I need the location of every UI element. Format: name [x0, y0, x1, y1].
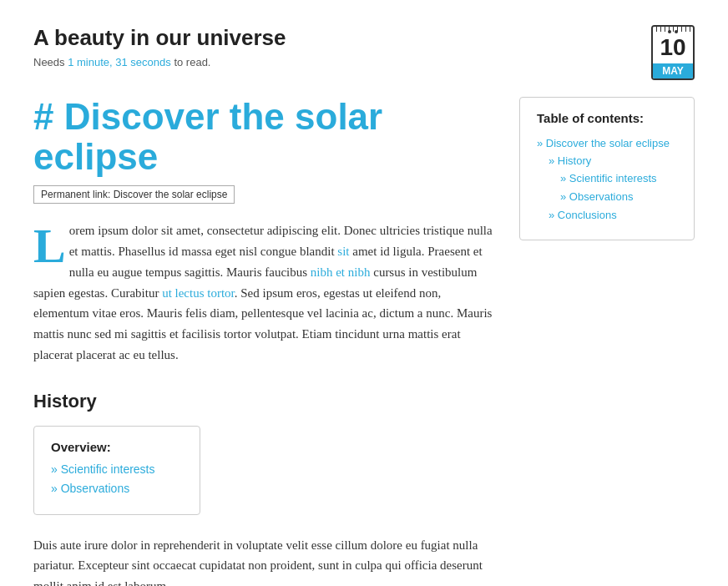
- overview-link-item: Scientific interests: [51, 462, 183, 477]
- toc-link-discover[interactable]: Discover the solar eclipse: [537, 137, 670, 149]
- intro-text: orem ipsum dolor sit amet, consectetur a…: [33, 224, 493, 361]
- toc-list: Discover the solar eclipse History Scien…: [537, 135, 677, 221]
- highlight-nibh: nibh et nibh: [311, 265, 371, 279]
- page-header: A beauty in our universe Needs 1 minute,…: [33, 25, 695, 80]
- calendar-badge: 10 MAY: [651, 25, 695, 80]
- calendar-day: 10: [653, 27, 693, 63]
- section-history-heading: History: [33, 391, 494, 412]
- toc-sub2-item: Observations: [560, 189, 677, 203]
- intro-paragraph: Lorem ipsum dolor sit amet, consectetur …: [33, 220, 494, 365]
- calendar-day-number: 10: [660, 34, 685, 60]
- read-time-prefix: Needs: [33, 56, 68, 68]
- toc-sub-list: History Scientific interests Observation…: [537, 153, 677, 221]
- toc-item: Discover the solar eclipse History Scien…: [537, 135, 677, 221]
- toc-link-conclusions[interactable]: Conclusions: [549, 209, 617, 221]
- highlight-sit: sit: [337, 245, 349, 258]
- toc-title: Table of contents:: [537, 111, 677, 125]
- overview-link-item: Observations: [51, 482, 183, 496]
- toc-sub2-list: Scientific interests Observations: [549, 170, 677, 203]
- content-area: # Discover the solar eclipse Permanent l…: [33, 97, 494, 586]
- page-title: A beauty in our universe: [33, 25, 286, 51]
- heading-text: Discover the solar eclipse: [33, 96, 382, 177]
- toc-sub2-item: Scientific interests: [560, 170, 677, 184]
- read-time-suffix: to read.: [171, 56, 211, 68]
- permalink-box[interactable]: Permanent link: Discover the solar eclip…: [33, 185, 235, 204]
- main-layout: # Discover the solar eclipse Permanent l…: [33, 97, 695, 586]
- toc-link-history[interactable]: History: [549, 154, 591, 167]
- highlight-voluptate: in voluptate: [223, 538, 282, 552]
- read-time-value: 1 minute, 31 seconds: [68, 56, 171, 68]
- overview-link-observations[interactable]: Observations: [51, 482, 129, 495]
- toc-sub-item: Conclusions: [549, 207, 677, 221]
- overview-title: Overview:: [51, 440, 183, 454]
- toc-link-scientific-interests[interactable]: Scientific interests: [560, 172, 657, 184]
- calendar-month: MAY: [653, 63, 693, 78]
- overview-links: Scientific interests Observations: [51, 462, 183, 496]
- highlight-lectus: ut lectus tortor: [162, 286, 235, 300]
- drop-cap-letter: L: [33, 220, 66, 265]
- read-time: Needs 1 minute, 31 seconds to read.: [33, 56, 286, 68]
- overview-link-scientific-interests[interactable]: Scientific interests: [51, 462, 155, 476]
- header-left: A beauty in our universe Needs 1 minute,…: [33, 25, 286, 68]
- body-paragraph: Duis aute irure dolor in reprehenderit i…: [33, 535, 494, 586]
- toc-sub-item: History Scientific interests Observation…: [549, 153, 677, 203]
- calendar-dots: [653, 28, 693, 33]
- overview-box: Overview: Scientific interests Observati…: [33, 426, 200, 515]
- toc-link-observations[interactable]: Observations: [560, 190, 633, 203]
- calendar-dot: [668, 30, 671, 33]
- heading-hash: #: [33, 96, 53, 137]
- calendar-dot: [675, 30, 678, 33]
- article-heading: # Discover the solar eclipse: [33, 97, 494, 178]
- toc-box: Table of contents: Discover the solar ec…: [519, 97, 695, 240]
